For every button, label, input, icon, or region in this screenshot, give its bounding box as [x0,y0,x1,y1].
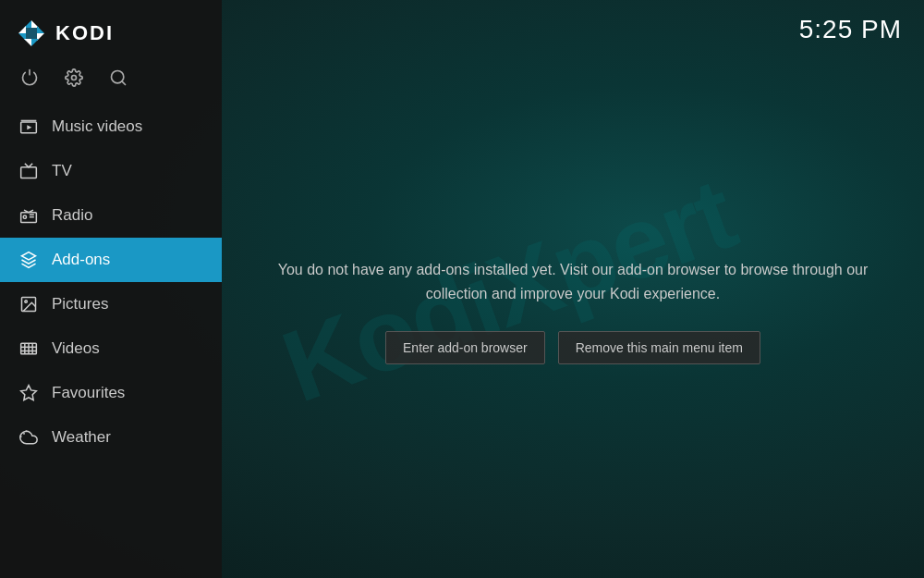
pictures-icon [18,294,39,314]
sidebar-item-videos[interactable]: Videos [0,326,222,371]
sidebar-item-music-videos-label: Music videos [52,117,142,136]
svg-marker-6 [24,39,31,46]
svg-rect-8 [26,28,37,39]
svg-point-9 [72,76,77,80]
topbar: 5:25 PM [222,0,924,44]
power-icon[interactable] [20,68,39,92]
settings-icon[interactable] [65,68,83,92]
sidebar-item-radio[interactable]: Radio [0,193,222,238]
app-title: KODI [55,21,114,45]
weather-icon [18,427,39,448]
svg-rect-15 [21,167,37,178]
sidebar-item-tv-label: TV [52,162,72,180]
sidebar-item-favourites-label: Favourites [52,384,125,402]
enter-addon-browser-button[interactable]: Enter add-on browser [385,331,545,364]
svg-marker-2 [18,26,26,33]
svg-line-11 [122,81,126,85]
svg-point-21 [25,301,27,303]
svg-point-17 [23,215,26,218]
kodi-logo-icon [15,17,48,50]
sidebar-item-add-ons-label: Add-ons [52,251,110,269]
sidebar-item-weather[interactable]: Weather [0,415,222,460]
sidebar-item-music-videos[interactable]: Music videos [0,105,222,149]
sidebar-item-videos-label: Videos [52,339,100,358]
main-layout: KODI [0,0,924,578]
sidebar-header: KODI [0,0,222,59]
main-content: 5:25 PM You do not have any add-ons inst… [222,0,924,578]
search-icon[interactable] [109,68,128,92]
clock-display: 5:25 PM [799,15,902,44]
sidebar: KODI [0,0,222,578]
sidebar-item-add-ons[interactable]: Add-ons [0,238,222,282]
sidebar-item-pictures[interactable]: Pictures [0,282,222,326]
center-content: You do not have any add-ons installed ye… [222,44,924,578]
button-row: Enter add-on browser Remove this main me… [385,331,760,364]
sidebar-item-weather-label: Weather [52,428,111,447]
favourites-icon [18,383,39,403]
sidebar-item-pictures-label: Pictures [52,295,108,314]
sidebar-item-favourites[interactable]: Favourites [0,371,222,415]
svg-marker-13 [27,125,31,129]
sidebar-nav: Music videos TV [0,105,222,460]
tv-icon [18,161,39,181]
remove-main-menu-item-button[interactable]: Remove this main menu item [558,331,760,364]
sidebar-controls [0,59,222,105]
info-text: You do not have any add-ons installed ye… [277,258,869,305]
music-videos-icon [18,117,39,137]
svg-marker-4 [37,26,44,33]
svg-marker-7 [31,39,39,46]
videos-icon [18,338,39,359]
radio-icon [18,205,39,226]
sidebar-item-tv[interactable]: TV [0,149,222,193]
add-ons-icon [18,250,39,270]
svg-marker-28 [21,386,37,400]
sidebar-item-radio-label: Radio [52,206,92,225]
